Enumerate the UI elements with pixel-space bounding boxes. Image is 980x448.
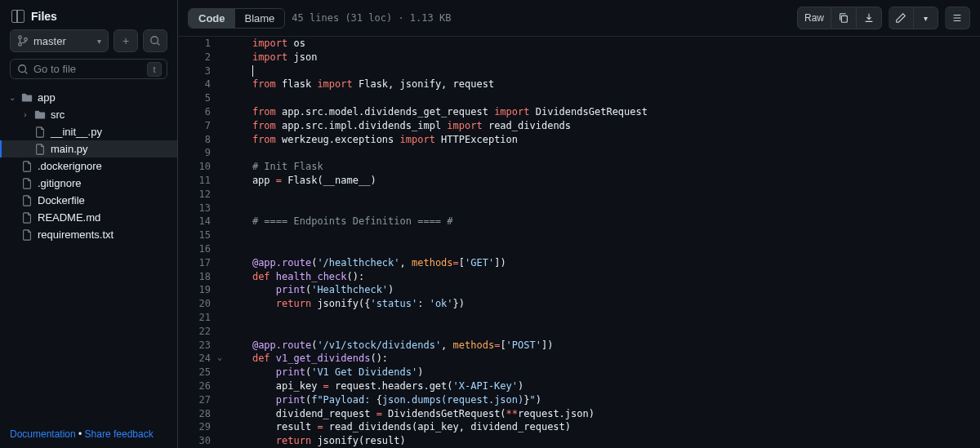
line-number[interactable]: 5 xyxy=(178,91,224,105)
raw-button[interactable]: Raw xyxy=(797,7,831,29)
line-number[interactable]: 25 xyxy=(178,366,224,379)
tree-folder[interactable]: ⌄app xyxy=(0,89,177,106)
line-number[interactable]: 27 xyxy=(178,393,224,407)
code-text xyxy=(224,325,980,339)
tree-file[interactable]: README.md xyxy=(0,209,177,226)
branch-selector[interactable]: master ▾ xyxy=(10,29,109,52)
search-icon xyxy=(17,64,29,75)
line-number[interactable]: 2 xyxy=(178,51,224,64)
copy-icon xyxy=(838,12,849,24)
line-number[interactable]: 23 xyxy=(178,339,224,353)
line-number[interactable]: 17 xyxy=(178,256,224,270)
search-button[interactable] xyxy=(143,29,167,52)
code-line[interactable]: 7 from app.src.impl.dividends_impl impor… xyxy=(178,119,980,133)
edit-dropdown[interactable]: ▾ xyxy=(914,7,938,29)
line-number[interactable]: 14 xyxy=(178,215,224,228)
code-text: def v1_get_dividends(): xyxy=(224,352,980,366)
edit-button[interactable] xyxy=(889,7,914,29)
list-icon xyxy=(951,12,963,24)
svg-point-3 xyxy=(151,37,158,44)
code-line[interactable]: 25 print('V1 Get Dividends') xyxy=(178,366,980,379)
go-to-file-input[interactable]: Go to file t xyxy=(10,59,167,79)
code-line[interactable]: 15 xyxy=(178,228,980,242)
code-line[interactable]: 13 xyxy=(178,202,980,215)
code-line[interactable]: 14 # ==== Endpoints Definition ==== # xyxy=(178,215,980,228)
line-number[interactable]: 24⌄ xyxy=(178,352,224,366)
line-number[interactable]: 18 xyxy=(178,270,224,284)
line-number[interactable]: 10 xyxy=(178,160,224,174)
code-line[interactable]: 2 import json xyxy=(178,51,980,64)
tree-file[interactable]: requirements.txt xyxy=(0,226,177,243)
panel-toggle-icon[interactable] xyxy=(11,10,24,23)
more-options-button[interactable] xyxy=(945,7,970,29)
line-number[interactable]: 11 xyxy=(178,174,224,188)
code-line[interactable]: 11 app = Flask(__name__) xyxy=(178,174,980,188)
share-feedback-link[interactable]: Share feedback xyxy=(85,428,154,440)
code-text: print(f"Payload: {json.dumps(request.jso… xyxy=(224,393,980,407)
code-line[interactable]: 10 # Init Flask xyxy=(178,160,980,174)
code-line[interactable]: 22 xyxy=(178,325,980,339)
code-line[interactable]: 24⌄ def v1_get_dividends(): xyxy=(178,352,980,366)
line-number[interactable]: 12 xyxy=(178,188,224,202)
code-line[interactable]: 1 import os xyxy=(178,37,980,51)
line-number[interactable]: 16 xyxy=(178,242,224,256)
documentation-link[interactable]: Documentation xyxy=(10,428,76,440)
tree-file[interactable]: Dockerfile xyxy=(0,192,177,209)
code-viewer[interactable]: 1 import os2 import json3 4 from flask i… xyxy=(178,37,980,448)
line-number[interactable]: 19 xyxy=(178,283,224,297)
tree-folder[interactable]: ›src xyxy=(0,106,177,123)
code-line[interactable]: 4 from flask import Flask, jsonify, requ… xyxy=(178,78,980,91)
line-number[interactable]: 7 xyxy=(178,119,224,133)
code-line[interactable]: 17 @app.route('/healthcheck', methods=['… xyxy=(178,256,980,270)
code-line[interactable]: 3 xyxy=(178,64,980,78)
code-line[interactable]: 21 xyxy=(178,311,980,325)
code-line[interactable]: 29 result = read_dividends(api_key, divi… xyxy=(178,420,980,434)
line-number[interactable]: 26 xyxy=(178,379,224,393)
code-line[interactable]: 12 xyxy=(178,188,980,202)
line-number[interactable]: 28 xyxy=(178,407,224,421)
tree-file[interactable]: __init__.py xyxy=(0,123,177,140)
code-line[interactable]: 6 from app.src.model.dividends_get_reque… xyxy=(178,105,980,119)
line-number[interactable]: 4 xyxy=(178,78,224,91)
line-number[interactable]: 22 xyxy=(178,325,224,339)
line-number[interactable]: 1 xyxy=(178,37,224,51)
code-text xyxy=(224,228,980,242)
file-icon xyxy=(21,229,33,241)
tree-file[interactable]: .dockerignore xyxy=(0,157,177,175)
add-file-button[interactable]: + xyxy=(114,29,138,52)
line-number[interactable]: 3 xyxy=(178,64,224,78)
line-number[interactable]: 6 xyxy=(178,105,224,119)
code-text xyxy=(224,311,980,325)
svg-point-2 xyxy=(24,38,28,42)
code-text xyxy=(224,188,980,202)
code-line[interactable]: 19 print('Healthcheck') xyxy=(178,283,980,297)
tree-file[interactable]: main.py xyxy=(0,140,177,157)
code-line[interactable]: 8 from werkzeug.exceptions import HTTPEx… xyxy=(178,133,980,147)
line-number[interactable]: 8 xyxy=(178,133,224,147)
line-number[interactable]: 9 xyxy=(178,146,224,160)
fold-indicator-icon[interactable]: ⌄ xyxy=(217,352,222,363)
code-line[interactable]: 27 print(f"Payload: {json.dumps(request.… xyxy=(178,393,980,407)
tab-blame[interactable]: Blame xyxy=(235,9,285,28)
download-button[interactable] xyxy=(857,7,882,29)
tab-code[interactable]: Code xyxy=(189,9,235,28)
code-line[interactable]: 26 api_key = request.headers.get('X-API-… xyxy=(178,379,980,393)
copy-button[interactable] xyxy=(831,7,857,29)
line-number[interactable]: 13 xyxy=(178,202,224,215)
code-line[interactable]: 28 dividend_request = DividendsGetReques… xyxy=(178,407,980,421)
tree-file[interactable]: .gitignore xyxy=(0,175,177,192)
code-line[interactable]: 18 def health_check(): xyxy=(178,270,980,284)
code-line[interactable]: 16 xyxy=(178,242,980,256)
line-number[interactable]: 29 xyxy=(178,420,224,434)
code-line[interactable]: 9 xyxy=(178,146,980,160)
code-text: def health_check(): xyxy=(224,270,980,284)
line-number[interactable]: 15 xyxy=(178,228,224,242)
code-line[interactable]: 23 @app.route('/v1/stock/dividends', met… xyxy=(178,339,980,353)
code-line[interactable]: 30 return jsonify(result) xyxy=(178,434,980,448)
line-number[interactable]: 20 xyxy=(178,297,224,311)
code-line[interactable]: 5 xyxy=(178,91,980,105)
code-line[interactable]: 20 return jsonify({'status': 'ok'}) xyxy=(178,297,980,311)
file-toolbar: Code Blame 45 lines (31 loc) · 1.13 KB R… xyxy=(178,0,980,37)
line-number[interactable]: 21 xyxy=(178,311,224,325)
line-number[interactable]: 30 xyxy=(178,434,224,448)
